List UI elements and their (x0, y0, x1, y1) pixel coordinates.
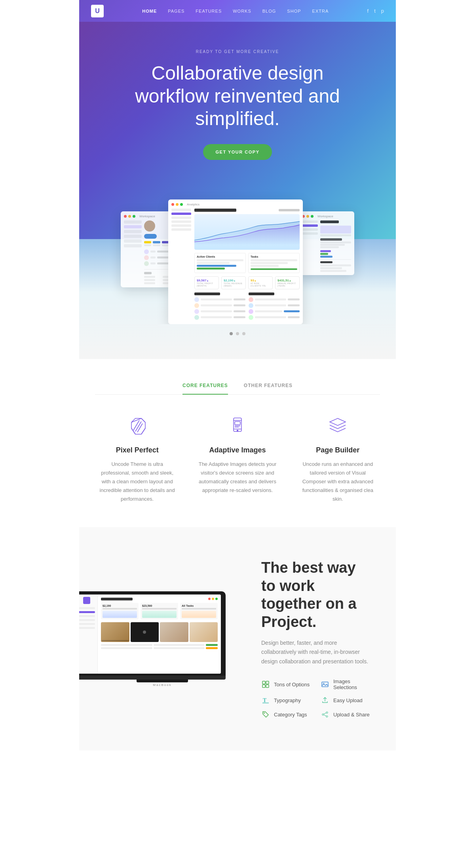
nav-logo: U (91, 5, 104, 17)
feature-desc-2: The Adaptive Images detects your visitor… (198, 460, 277, 495)
screenshots-wrapper: Workspace (79, 192, 396, 324)
svg-point-25 (326, 712, 328, 713)
carousel-dots (79, 324, 396, 343)
nav-social: f t p (367, 8, 384, 14)
navigation: U HOME PAGES FEATURES WORKS BLOG SHOP EX… (79, 0, 396, 22)
svg-marker-15 (330, 418, 346, 425)
feature-title-3: Page Builder (296, 446, 380, 454)
feature-list-item-category: Category Tags (261, 710, 313, 719)
feature-title-1: Pixel Perfect (95, 446, 179, 454)
feature-label-category: Category Tags (274, 712, 307, 718)
screenshot-profile: Workspace (121, 211, 172, 287)
svg-rect-17 (266, 681, 269, 684)
feature-list-item-upload-share: Upload & Share (321, 710, 372, 719)
svg-line-7 (137, 424, 142, 432)
nav-link-shop[interactable]: SHOP (287, 9, 301, 13)
svg-rect-16 (262, 681, 265, 684)
features-section: CORE FEATURES OTHER FEATURES Pixel Perfe… (79, 359, 396, 527)
feature-label-tons: Tons of Options (274, 682, 310, 688)
carousel-dot-1[interactable] (230, 332, 233, 335)
svg-line-29 (324, 715, 326, 716)
features-grid: Pixel Perfect Uncode Theme is ultra prof… (95, 414, 380, 503)
screenshot-analytics: Analytics (168, 199, 303, 324)
feature-page-builder: Page Builder Uncode runs an enhanced and… (296, 414, 380, 503)
laptop-section: $2,190 $23,580 All T (79, 527, 396, 750)
screenshots-section: Workspace (79, 192, 396, 359)
laptop-section-headline: The best way to work together on a Proje… (261, 559, 372, 631)
feature-desc-1: Uncode Theme is ultra professional, smoo… (98, 460, 177, 503)
laptop-section-desc: Design better, faster, and more collabor… (261, 638, 372, 667)
svg-line-2 (141, 418, 145, 422)
svg-line-5 (133, 420, 139, 430)
feature-list-item-images: Images Selections (321, 678, 372, 690)
laptop-text-content: The best way to work together on a Proje… (245, 551, 396, 727)
feature-list-item-easy-upload: Easy Upload (321, 696, 372, 705)
feature-title-2: Adaptive Images (195, 446, 279, 454)
pinterest-icon[interactable]: p (381, 8, 384, 14)
features-tabs: CORE FEATURES OTHER FEATURES (95, 379, 380, 395)
page-builder-icon (326, 414, 350, 438)
feature-label-images: Images Selections (333, 678, 372, 690)
typography-icon: T (261, 696, 270, 705)
svg-point-24 (264, 712, 265, 714)
feature-desc-3: Uncode runs an enhanced and tailored ver… (298, 460, 377, 503)
svg-rect-18 (262, 685, 265, 688)
tab-other-features[interactable]: OTHER FEATURES (244, 379, 293, 395)
hero-tag: READY TO GET MORE CREATIVE (95, 49, 380, 54)
svg-line-4 (131, 428, 135, 434)
adaptive-images-icon (226, 414, 249, 438)
feature-list-item-typography: T Typography (261, 696, 313, 705)
twitter-icon[interactable]: t (374, 8, 376, 14)
svg-text:T: T (263, 697, 267, 703)
feature-pixel-perfect: Pixel Perfect Uncode Theme is ultra prof… (95, 414, 179, 503)
screenshot-project: Workspace (299, 211, 354, 275)
feature-adaptive: Adaptive Images The Adaptive Images dete… (195, 414, 279, 503)
svg-point-27 (326, 716, 328, 717)
nav-links: HOME PAGES FEATURES WORKS BLOG SHOP EXTR… (142, 9, 329, 13)
nav-link-blog[interactable]: BLOG (262, 9, 276, 13)
svg-rect-19 (266, 685, 269, 688)
upload-share-icon (321, 710, 329, 719)
facebook-icon[interactable]: f (367, 8, 369, 14)
features-list: Tons of Options Images Selections T (261, 678, 372, 719)
feature-label-easy-upload: Easy Upload (333, 697, 363, 703)
pixel-perfect-icon (125, 414, 149, 438)
nav-link-works[interactable]: WORKS (233, 9, 251, 13)
tons-of-options-icon (261, 680, 270, 689)
nav-link-pages[interactable]: PAGES (168, 9, 184, 13)
svg-rect-12 (235, 422, 240, 425)
carousel-dot-2[interactable] (236, 332, 239, 335)
feature-label-typography: Typography (274, 697, 301, 703)
laptop-brand-label: MacBook (79, 683, 245, 687)
nav-link-extra[interactable]: EXTRA (312, 9, 329, 13)
feature-list-item-tons-of-options: Tons of Options (261, 678, 313, 690)
feature-label-upload-share: Upload & Share (333, 712, 370, 718)
category-tags-icon (261, 710, 270, 719)
svg-rect-20 (322, 682, 328, 687)
svg-line-1 (131, 418, 141, 422)
carousel-dot-3[interactable] (242, 332, 245, 335)
svg-point-11 (237, 430, 238, 431)
images-selections-icon (321, 680, 329, 689)
svg-point-26 (322, 714, 324, 715)
nav-link-home[interactable]: HOME (142, 9, 157, 13)
easy-upload-icon (321, 696, 329, 705)
svg-line-28 (324, 713, 326, 714)
tab-core-features[interactable]: CORE FEATURES (182, 379, 228, 395)
nav-link-features[interactable]: FEATURES (196, 9, 222, 13)
hero-headline: Collaborative design workflow reinvented… (115, 62, 360, 130)
svg-line-3 (141, 428, 145, 434)
hero-cta-button[interactable]: GET YOUR COPY (203, 144, 272, 160)
laptop-mockup: $2,190 $23,580 All T (79, 591, 245, 687)
